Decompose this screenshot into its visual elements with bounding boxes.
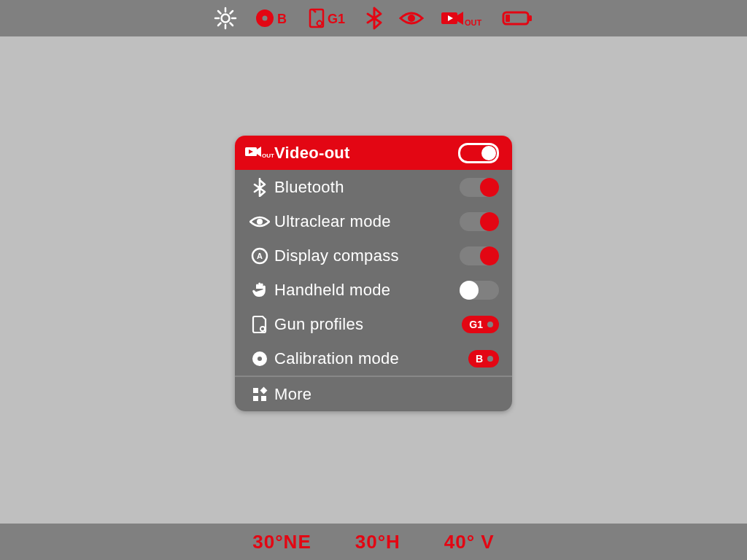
- bluetooth-icon: [245, 178, 274, 197]
- chip-indicator-dot: [487, 356, 493, 362]
- chip-indicator-dot: [487, 322, 493, 327]
- svg-rect-34: [253, 396, 258, 401]
- menu-item-label: Display compass: [274, 246, 460, 265]
- eye-icon: [245, 214, 274, 229]
- svg-line-7: [231, 11, 233, 14]
- video-out-suffix: OUT: [465, 18, 482, 27]
- svg-rect-36: [260, 386, 268, 394]
- menu-item-label: Video-out: [274, 144, 458, 163]
- svg-point-0: [222, 15, 230, 23]
- ultraclear-status-icon: [399, 7, 424, 30]
- svg-line-6: [231, 23, 233, 26]
- svg-point-9: [263, 16, 268, 21]
- gun-profile-badge: G1: [328, 12, 345, 26]
- handheld-toggle[interactable]: [460, 281, 499, 300]
- svg-point-15: [408, 15, 415, 22]
- menu-item-ultraclear[interactable]: Ultraclear mode: [235, 204, 512, 238]
- video-out-toggle[interactable]: [458, 143, 499, 163]
- svg-line-8: [218, 23, 221, 26]
- menu-item-calibration[interactable]: Calibration mode B: [235, 341, 512, 376]
- svg-rect-19: [529, 15, 532, 21]
- bottom-status-bar: 30°NE 30°H 40° V: [0, 524, 747, 560]
- top-status-bar: B G1 OUT: [0, 0, 747, 36]
- aperture-icon: [245, 350, 274, 368]
- svg-point-27: [260, 327, 265, 331]
- bluetooth-toggle[interactable]: [460, 178, 499, 197]
- angle-h-readout: 30°H: [355, 531, 400, 553]
- bluetooth-status-icon: [365, 7, 383, 30]
- chip-value: B: [476, 353, 483, 365]
- menu-item-label: Handheld mode: [274, 281, 460, 300]
- menu-item-label: Bluetooth: [274, 178, 460, 197]
- hand-icon: [245, 281, 274, 299]
- gun-profile-status-icon: G1: [307, 7, 349, 30]
- menu-item-handheld[interactable]: Handheld mode: [235, 273, 512, 307]
- calibration-mode-status-icon: B: [253, 7, 291, 30]
- display-compass-toggle[interactable]: [460, 246, 499, 265]
- menu-item-display-compass[interactable]: A Display compass: [235, 238, 512, 273]
- svg-point-10: [317, 21, 322, 26]
- menu-item-bluetooth[interactable]: Bluetooth: [235, 170, 512, 204]
- video-out-status-icon: OUT: [440, 7, 485, 30]
- video-out-icon: OUT: [245, 145, 274, 161]
- compass-icon: A: [245, 247, 274, 265]
- calibration-mode-badge: B: [277, 12, 287, 26]
- profile-document-icon: [245, 315, 274, 334]
- chip-value: G1: [469, 319, 483, 330]
- svg-rect-35: [261, 396, 266, 401]
- svg-rect-20: [506, 15, 510, 22]
- battery-icon: [501, 7, 533, 30]
- svg-point-32: [258, 357, 262, 361]
- svg-rect-33: [253, 388, 258, 393]
- calibration-chip[interactable]: B: [468, 350, 499, 368]
- menu-item-label: Gun profiles: [274, 315, 462, 334]
- svg-line-5: [218, 11, 221, 14]
- menu-item-video-out[interactable]: OUT Video-out: [235, 136, 512, 170]
- svg-point-24: [257, 219, 263, 225]
- angle-v-readout: 40° V: [444, 531, 495, 553]
- settings-menu-panel: OUT Video-out Bluetooth Ultraclear mode: [235, 136, 512, 411]
- gun-profile-chip[interactable]: G1: [462, 316, 499, 333]
- brightness-icon: [214, 7, 237, 30]
- more-grid-icon: [245, 386, 274, 402]
- svg-text:OUT: OUT: [262, 152, 274, 159]
- menu-item-label: Ultraclear mode: [274, 212, 460, 231]
- menu-item-label: Calibration mode: [274, 349, 468, 368]
- heading-readout: 30°NE: [252, 531, 311, 553]
- menu-item-label: More: [274, 385, 499, 404]
- ultraclear-toggle[interactable]: [460, 212, 499, 231]
- menu-item-more[interactable]: More: [235, 377, 512, 411]
- svg-text:A: A: [257, 252, 263, 260]
- menu-item-gun-profiles[interactable]: Gun profiles G1: [235, 307, 512, 341]
